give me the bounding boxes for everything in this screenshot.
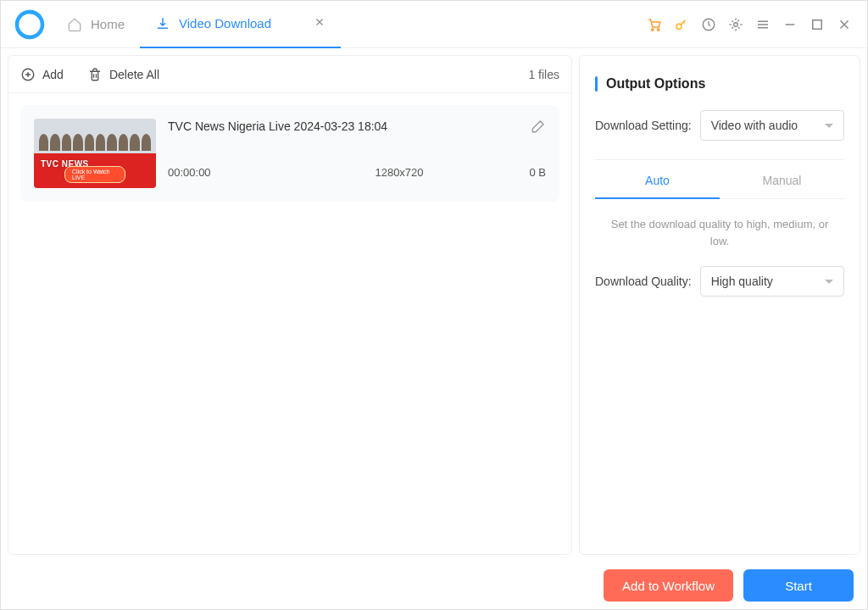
file-meta: TVC News Nigeria Live 2024-03-23 18:04 0… [168, 119, 546, 179]
tab-home-label: Home [91, 17, 125, 31]
svg-point-5 [734, 22, 738, 26]
download-setting-row: Download Setting: Video with audio [595, 110, 844, 141]
gear-icon[interactable] [728, 17, 743, 32]
file-resolution: 1280x720 [320, 166, 478, 179]
plus-icon [20, 67, 36, 82]
divider [595, 159, 844, 160]
tab-manual[interactable]: Manual [720, 164, 844, 198]
download-icon [155, 16, 170, 31]
output-options-title: Output Options [595, 76, 844, 92]
svg-point-3 [676, 24, 682, 29]
file-duration: 00:00:00 [168, 166, 320, 179]
download-quality-select[interactable]: High quality [700, 266, 844, 297]
pencil-icon[interactable] [531, 119, 546, 134]
file-stats: 00:00:00 1280x720 0 B [168, 166, 546, 179]
file-title: TVC News Nigeria Live 2024-03-23 18:04 [168, 119, 524, 133]
home-icon [67, 17, 82, 32]
window-controls [647, 17, 860, 32]
quality-hint: Set the download quality to high, medium… [595, 216, 844, 249]
tab-video-download[interactable]: Video Download [140, 1, 341, 48]
download-setting-select[interactable]: Video with audio [700, 110, 844, 141]
file-list: TVC NEWS Click to Watch LIVE TVC News Ni… [8, 93, 571, 554]
app-window: Home Video Download [0, 0, 868, 610]
titlebar: Home Video Download [1, 1, 867, 48]
download-quality-value: High quality [711, 274, 773, 288]
quality-tabs: Auto Manual [595, 164, 844, 199]
footer: Add to Workflow Start [1, 562, 867, 609]
svg-point-1 [652, 28, 654, 30]
file-item[interactable]: TVC NEWS Click to Watch LIVE TVC News Ni… [20, 105, 559, 202]
thumb-badge: Click to Watch LIVE [64, 166, 125, 183]
tab-auto[interactable]: Auto [595, 164, 720, 199]
start-button[interactable]: Start [743, 569, 854, 602]
close-window-icon[interactable] [837, 17, 852, 32]
maximize-icon[interactable] [810, 17, 825, 32]
app-logo [14, 9, 45, 40]
tab-close-icon[interactable] [314, 16, 326, 31]
download-quality-row: Download Quality: High quality [595, 266, 844, 297]
svg-point-2 [657, 28, 659, 30]
tab-home[interactable]: Home [52, 1, 140, 48]
add-label: Add [42, 68, 64, 81]
file-count: 1 files [528, 68, 559, 81]
delete-all-button[interactable]: Delete All [87, 67, 159, 82]
file-panel: Add Delete All 1 files TVC NEWS Click to… [8, 55, 572, 555]
delete-all-label: Delete All [109, 68, 159, 81]
history-icon[interactable] [701, 17, 716, 32]
key-icon[interactable] [674, 17, 689, 32]
add-to-workflow-button[interactable]: Add to Workflow [604, 569, 733, 602]
svg-rect-6 [813, 19, 822, 29]
tab-video-download-label: Video Download [179, 16, 271, 30]
menu-icon[interactable] [755, 17, 771, 32]
body: Add Delete All 1 files TVC NEWS Click to… [1, 48, 867, 562]
download-setting-label: Download Setting: [595, 119, 692, 132]
trash-icon [87, 67, 103, 82]
add-button[interactable]: Add [20, 67, 64, 82]
cart-icon[interactable] [647, 17, 662, 32]
output-panel: Output Options Download Setting: Video w… [579, 55, 860, 555]
file-toolbar: Add Delete All 1 files [8, 56, 571, 93]
minimize-icon[interactable] [782, 17, 798, 32]
file-thumbnail: TVC NEWS Click to Watch LIVE [34, 119, 156, 188]
download-quality-label: Download Quality: [595, 274, 692, 288]
download-setting-value: Video with audio [711, 119, 798, 132]
file-size: 0 B [478, 166, 546, 179]
